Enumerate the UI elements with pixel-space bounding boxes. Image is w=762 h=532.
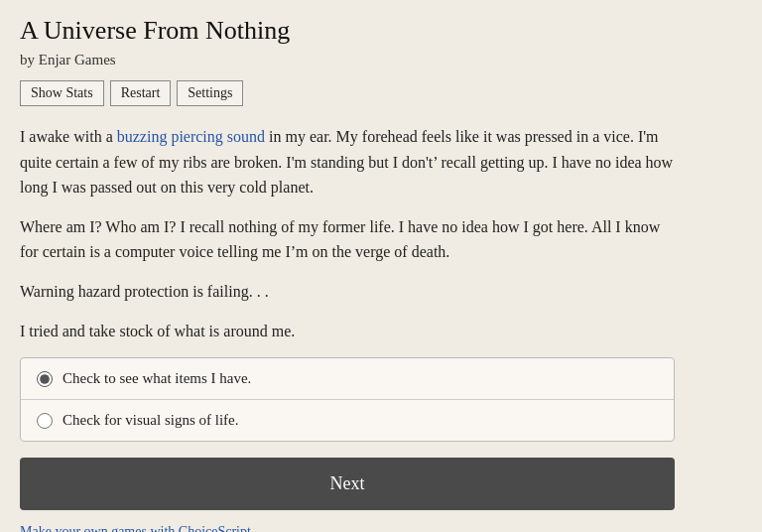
byline: by Enjar Games: [20, 52, 742, 68]
story-paragraph-4: I tried and take stock of what is around…: [20, 319, 675, 344]
choice-label-2[interactable]: Check for visual signs of life.: [63, 412, 238, 429]
toolbar: Show Stats Restart Settings: [20, 80, 742, 106]
choicescript-link[interactable]: Make your own games with ChoiceScript: [20, 524, 251, 532]
settings-button[interactable]: Settings: [177, 80, 243, 106]
choice-radio-2[interactable]: [37, 413, 53, 429]
story-paragraph-1-before: I awake with a: [20, 128, 117, 145]
story-paragraph-3: Warning hazard protection is failing. . …: [20, 279, 675, 305]
choice-label-1[interactable]: Check to see what items I have.: [63, 370, 251, 387]
story-paragraph-1-highlight: buzzing piercing sound: [117, 128, 265, 145]
footer-link-container: Make your own games with ChoiceScript: [20, 524, 742, 532]
next-button[interactable]: Next: [20, 458, 675, 510]
story-paragraph-1: I awake with a buzzing piercing sound in…: [20, 124, 675, 200]
choice-item-1[interactable]: Check to see what items I have.: [21, 358, 674, 400]
choice-item-2[interactable]: Check for visual signs of life.: [21, 400, 674, 441]
story-text: I awake with a buzzing piercing sound in…: [20, 124, 675, 343]
show-stats-button[interactable]: Show Stats: [20, 80, 104, 106]
choices-container: Check to see what items I have. Check fo…: [20, 357, 675, 442]
restart-button[interactable]: Restart: [110, 80, 172, 106]
choice-radio-1[interactable]: [37, 371, 53, 387]
story-paragraph-2: Where am I? Who am I? I recall nothing o…: [20, 214, 675, 265]
page-title: A Universe From Nothing: [20, 16, 742, 46]
